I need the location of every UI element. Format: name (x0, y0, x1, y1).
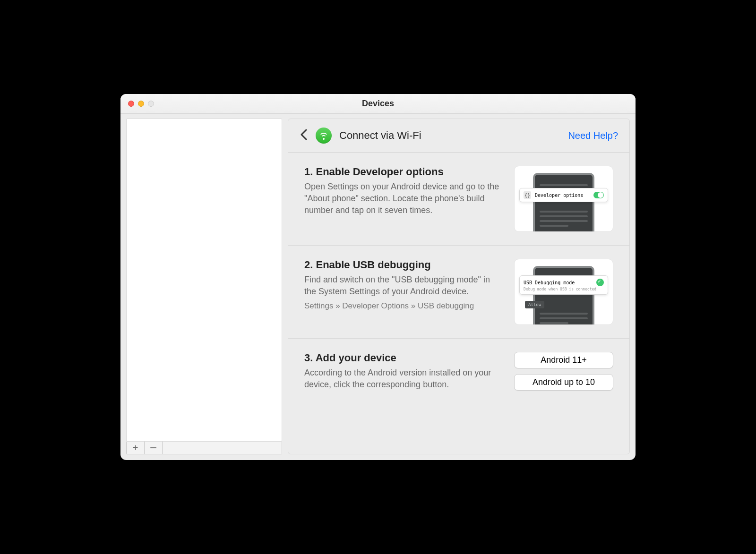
window-title: Devices (120, 99, 636, 109)
step-2-body: Find and switch on the "USB debugging mo… (304, 274, 500, 298)
step-2-heading: 2. Enable USB debugging (304, 259, 500, 271)
sidebar-toolbar-spacer (163, 442, 282, 454)
wifi-icon (316, 128, 332, 144)
step-2-path: Settings » Developer Options » USB debug… (304, 301, 500, 311)
add-device-button[interactable]: + (127, 442, 145, 454)
android-11-button[interactable]: Android 11+ (514, 352, 613, 368)
step-3-heading: 3. Add your device (304, 352, 500, 364)
titlebar: Devices (120, 94, 636, 114)
devices-window: Devices + − Connect via Wi-Fi Need Help? (120, 94, 636, 460)
step-2: 2. Enable USB debugging Find and switch … (288, 246, 629, 339)
step-1-thumb-label: Developer options (535, 193, 583, 198)
toggle-on-icon (593, 192, 604, 198)
step-1-body: Open Settings on your Android device and… (304, 181, 500, 217)
help-link[interactable]: Need Help? (568, 130, 618, 141)
minimize-icon[interactable] (138, 101, 144, 107)
device-list[interactable] (126, 119, 282, 442)
step-1-illustration: {} Developer options (514, 166, 613, 232)
sidebar: + − (126, 119, 282, 454)
back-button[interactable] (300, 128, 308, 143)
step-1: 1. Enable Developer options Open Setting… (288, 153, 629, 246)
close-icon[interactable] (128, 101, 134, 107)
window-body: + − Connect via Wi-Fi Need Help? (120, 114, 636, 460)
android-upto-10-button[interactable]: Android up to 10 (514, 374, 613, 391)
main-header: Connect via Wi-Fi Need Help? (288, 119, 629, 153)
remove-device-button[interactable]: − (145, 442, 163, 454)
traffic-lights (128, 101, 154, 107)
step-2-illustration: USB Debugging mode Debug mode when USB i… (514, 259, 613, 325)
zoom-icon[interactable] (148, 101, 154, 107)
step-2-allow-label: Allow (525, 301, 544, 308)
braces-icon: {} (524, 191, 531, 199)
content: 1. Enable Developer options Open Setting… (288, 153, 629, 454)
main-panel: Connect via Wi-Fi Need Help? 1. Enable D… (288, 119, 630, 454)
step-3: 3. Add your device According to the Andr… (288, 339, 629, 404)
step-1-heading: 1. Enable Developer options (304, 166, 500, 178)
page-title: Connect via Wi-Fi (339, 129, 560, 142)
step-3-body: According to the Android version install… (304, 367, 500, 391)
check-on-icon (596, 279, 604, 286)
step-2-thumb-label: USB Debugging mode (524, 280, 575, 285)
step-2-thumb-sub: Debug mode when USB is connected (524, 287, 596, 291)
sidebar-toolbar: + − (126, 442, 282, 454)
